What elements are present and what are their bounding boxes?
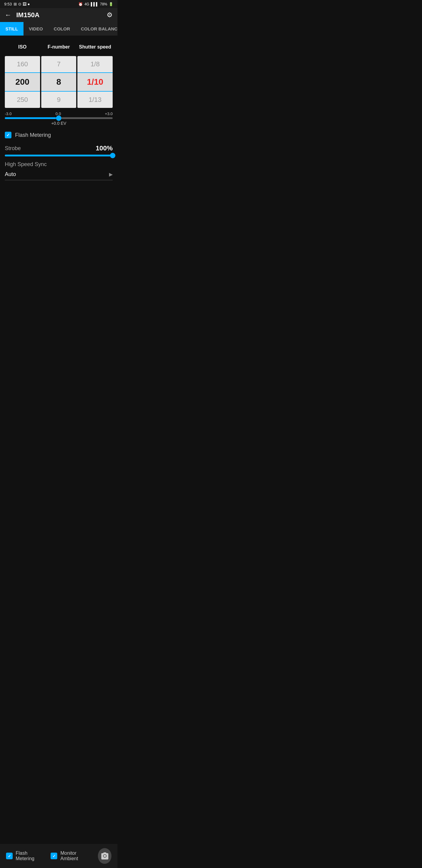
iso-label: ISO bbox=[19, 40, 27, 54]
dropdown-arrow-icon: ▶ bbox=[109, 172, 112, 177]
alarm-icon: ⏰ bbox=[78, 2, 83, 6]
back-button[interactable]: ← bbox=[5, 11, 11, 19]
ev-value: +0.0 EV bbox=[5, 121, 112, 126]
status-bar: 9:53 ⊞ ⊙ 🖼 ● ⏰ 4G ▌▌▌ 78% 🔋 bbox=[0, 0, 118, 8]
fnumber-label: F-number bbox=[47, 40, 70, 54]
bottom-spacer bbox=[0, 191, 118, 215]
battery: 78% bbox=[100, 2, 107, 6]
tab-bar: STILL VIDEO COLOR COLOR BALANCE COLO... bbox=[0, 22, 118, 36]
fnumber-below: 9 bbox=[41, 92, 76, 108]
high-speed-sync-section: High Speed Sync Auto ▶ bbox=[5, 161, 112, 180]
shutter-picker-box[interactable]: 1/8 1/10 1/13 bbox=[77, 56, 112, 108]
strobe-slider-thumb[interactable] bbox=[110, 153, 116, 158]
fnumber-picker-box[interactable]: 7 8 9 bbox=[41, 56, 76, 108]
flash-metering-label: Flash Metering bbox=[15, 132, 51, 138]
time: 9:53 bbox=[4, 2, 12, 6]
status-right: ⏰ 4G ▌▌▌ 78% 🔋 bbox=[78, 2, 113, 6]
shutter-selected: 1/10 bbox=[77, 73, 112, 91]
shutter-above: 1/8 bbox=[77, 56, 112, 72]
ev-min: -3.0 bbox=[5, 112, 11, 116]
flash-metering-checkmark: ✓ bbox=[6, 133, 10, 137]
iso-picker-box[interactable]: 160 200 250 bbox=[5, 56, 40, 108]
tab-video[interactable]: VIDEO bbox=[24, 22, 48, 36]
fnumber-selected: 8 bbox=[41, 73, 76, 91]
signal-icon: ▌▌▌ bbox=[91, 2, 98, 6]
top-bar: ← IM150A ⚙ bbox=[0, 8, 118, 22]
shutter-label: Shutter speed bbox=[79, 40, 111, 54]
ev-section: -3.0 0.0 +3.0 +0.0 EV bbox=[5, 112, 112, 126]
strobe-section: Strobe 100% bbox=[5, 144, 112, 156]
fnumber-above: 7 bbox=[41, 56, 76, 72]
ev-slider-fill bbox=[5, 117, 59, 119]
dropdown-value: Auto bbox=[5, 171, 16, 178]
iso-picker[interactable]: ISO 160 200 250 bbox=[5, 40, 40, 108]
status-icons: ⊞ ⊙ 🖼 ● bbox=[13, 2, 30, 6]
strobe-label: Strobe bbox=[5, 145, 21, 152]
iso-selected: 200 bbox=[5, 73, 40, 91]
ev-slider-thumb[interactable] bbox=[56, 116, 61, 121]
shutter-below: 1/13 bbox=[77, 92, 112, 108]
tab-still[interactable]: STILL bbox=[0, 22, 24, 36]
ev-slider-track[interactable] bbox=[5, 117, 112, 119]
status-left: 9:53 ⊞ ⊙ 🖼 ● bbox=[4, 2, 30, 6]
picker-section: ISO 160 200 250 F-number 7 8 9 Shutter s… bbox=[5, 40, 112, 108]
network-icon: 4G bbox=[84, 2, 89, 6]
high-speed-sync-label: High Speed Sync bbox=[5, 161, 112, 167]
main-content: ISO 160 200 250 F-number 7 8 9 Shutter s… bbox=[0, 36, 118, 191]
fnumber-picker[interactable]: F-number 7 8 9 bbox=[41, 40, 76, 108]
dropdown-row[interactable]: Auto ▶ bbox=[5, 171, 112, 180]
shutter-picker[interactable]: Shutter speed 1/8 1/10 1/13 bbox=[77, 40, 112, 108]
strobe-value: 100% bbox=[96, 144, 112, 152]
battery-icon: 🔋 bbox=[109, 2, 113, 6]
flash-metering-checkbox[interactable]: ✓ bbox=[5, 132, 11, 138]
strobe-slider-fill bbox=[5, 155, 112, 156]
iso-above: 160 bbox=[5, 56, 40, 72]
flash-metering-row: ✓ Flash Metering bbox=[5, 132, 112, 138]
page-title: IM150A bbox=[16, 11, 102, 19]
ev-max: +3.0 bbox=[105, 112, 112, 116]
settings-icon[interactable]: ⚙ bbox=[107, 11, 112, 19]
iso-below: 250 bbox=[5, 92, 40, 108]
strobe-slider-track[interactable] bbox=[5, 155, 112, 156]
tab-color-balance[interactable]: COLOR BALANCE bbox=[75, 22, 118, 36]
tab-color[interactable]: COLOR bbox=[48, 22, 75, 36]
strobe-header: Strobe 100% bbox=[5, 144, 112, 152]
